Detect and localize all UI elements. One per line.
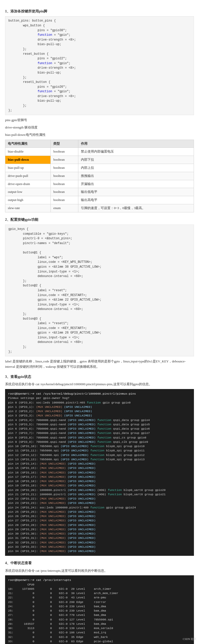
section2-code: gpio_keys { compatible = "gpio-keys"; pi… <box>5 225 194 356</box>
table-row: drive-push-pull booltean 推挽输出 <box>5 172 194 180</box>
table-row: bias-pull-down booltean 内部下拉 <box>5 156 194 164</box>
section3: 3、查看gpio状态 系统启动后执行命令 cat /sys/kernel/deb… <box>5 374 194 556</box>
table-row: output-low booltean 输出低电平 <box>5 188 194 196</box>
section4: 4、中断状态查看 系统启动后执行命令 cat /proc/interrupts,… <box>5 560 194 644</box>
col-header-prop: 电气特性属性 <box>5 140 51 148</box>
bias-table: 电气特性属性 类型 作用 bias-disable booltean 禁止使用内… <box>5 140 194 212</box>
table-row: slew-rate enum 引脚的速度，可设置：0~3，0最慢，3最高。 <box>5 204 194 212</box>
watermark: CSDN 社区 <box>183 637 196 641</box>
desc-cell: 引脚的速度，可设置：0~3，0最慢，3最高。 <box>78 204 194 212</box>
type-cell: booltean <box>51 172 78 180</box>
drive-note: drive-strength 驱动强度 <box>5 125 194 130</box>
prop-cell: bias-disable <box>5 148 51 156</box>
type-cell: booltean <box>51 156 78 164</box>
type-cell: enum <box>51 204 78 212</box>
type-cell: booltean <box>51 180 78 188</box>
section3-title: 3、查看gpio状态 <box>5 374 194 380</box>
section4-terminal: root@OpenWrt:~# cat /proc/interrupts CPU… <box>5 575 194 644</box>
type-cell: booltean <box>51 188 78 196</box>
desc-cell: 开漏输出 <box>78 180 194 188</box>
prop-cell: bias-pull-down <box>5 156 51 164</box>
prop-cell: slew-rate <box>5 204 51 212</box>
section1-title: 1、添加各按键所使用pin脚 <box>5 9 194 14</box>
pins-note: pins gpio管脚号 <box>5 118 194 123</box>
table-row: bias-pull-up booltean 内部上拉 <box>5 164 194 172</box>
section4-desc: 系统启动后执行命令 cat /proc/interrupts,这里可以看到相关的… <box>5 568 194 574</box>
desc-cell: 内部下拉 <box>78 156 194 164</box>
section1-code: button_pins: button_pins { wps_button { … <box>5 16 194 115</box>
col-header-desc: 作用 <box>78 140 194 148</box>
bias-note: bias-pull-down:电气特性属性 <box>5 132 194 138</box>
section3-terminal: root@OpenWrt:~# cat /sys/kernel/debug/pi… <box>5 389 194 556</box>
type-cell: booltean <box>51 164 78 172</box>
col-header-type: 类型 <box>51 140 78 148</box>
desc-cell: 推挽输出 <box>78 172 194 180</box>
table-row: output-high booltean 输出高电平 <box>5 196 194 204</box>
desc-cell: 禁止使用内部偏置电压 <box>78 148 194 156</box>
desc-cell: 内部上拉 <box>78 164 194 172</box>
prop-cell: output-low <box>5 188 51 196</box>
desc-cell: 输出高电平 <box>78 196 194 204</box>
section4-title: 4、中断状态查看 <box>5 560 194 566</box>
section3-desc: 系统启动后执行命令 cat /sys/kernel/debug/pinctrl/… <box>5 382 194 387</box>
desc-cell: 输出低电平 <box>78 188 194 196</box>
prop-cell: drive-open-drain <box>5 180 51 188</box>
prop-cell: bias-pull-up <box>5 164 51 172</box>
section2-title: 2、配置按键gpio功能 <box>5 217 194 223</box>
table-row: bias-disable booltean 禁止使用内部偏置电压 <box>5 148 194 156</box>
section1: 1、添加各按键所使用pin脚 button_pins: button_pins … <box>5 9 194 212</box>
prop-cell: output-high <box>5 196 51 204</box>
type-cell: booltean <box>51 148 78 156</box>
section2: 2、配置按键gpio功能 gpio_keys { compatible = "g… <box>5 217 194 370</box>
section2-desc: label 是按键的名称，linux,code 是按键上报的键值，gpios 表… <box>5 359 194 370</box>
type-cell: booltean <box>51 196 78 204</box>
prop-cell: drive-push-pull <box>5 172 51 180</box>
table-row: drive-open-drain booltean 开漏输出 <box>5 180 194 188</box>
